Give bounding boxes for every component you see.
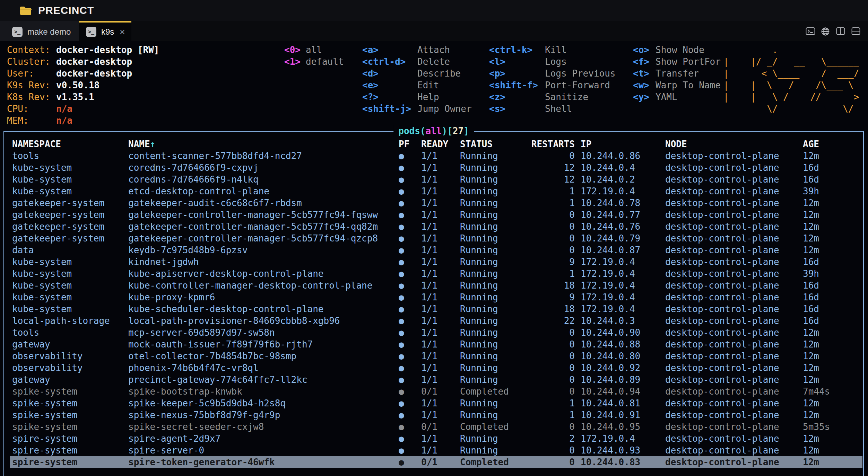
cell-pf: ● bbox=[399, 362, 418, 374]
cell-restarts: 0 bbox=[530, 362, 575, 374]
new-terminal-icon[interactable] bbox=[806, 27, 815, 35]
column-header-node: NODE bbox=[665, 138, 797, 150]
pod-row[interactable]: observabilityotel-collector-7b4854b7bc-9… bbox=[4, 350, 863, 362]
cell-restarts: 0 bbox=[530, 386, 575, 397]
cluster-info-row: K8s Rev:v1.35.1 bbox=[7, 91, 159, 103]
pod-row[interactable]: spike-systemspike-secret-seeder-cxjw8●0/… bbox=[4, 421, 863, 433]
terminal-tab-icon: >_ bbox=[12, 27, 23, 37]
pod-row[interactable]: spire-systemspire-token-generator-46wfk●… bbox=[4, 456, 863, 468]
cell-pf: ● bbox=[399, 327, 418, 338]
cell-ip: 10.244.0.83 bbox=[581, 456, 660, 468]
pod-row[interactable]: kube-systemkindnet-jgdwh●1/1Running9172.… bbox=[4, 256, 863, 268]
hotkey-row: <e>Edit bbox=[362, 79, 472, 91]
cell-ip: 10.244.0.4 bbox=[581, 162, 660, 174]
cell-name: mock-oauth-issuer-7f89f79f6b-rjth7 bbox=[128, 338, 397, 350]
cell-pf: ● bbox=[399, 444, 418, 456]
terminal-tab-icon: >_ bbox=[86, 27, 96, 37]
cell-pf: ● bbox=[399, 174, 418, 185]
cell-node: desktop-control-plane bbox=[665, 397, 797, 409]
cell-status: Running bbox=[460, 197, 528, 209]
pod-row[interactable]: toolscontent-scanner-577bb8dfd4-ncd27●1/… bbox=[4, 150, 863, 162]
cell-age: 12m bbox=[803, 456, 862, 468]
cell-age: 12m bbox=[803, 209, 862, 221]
hotkey-row: <f>Show PortFor bbox=[633, 56, 721, 68]
cell-namespace: kube-system bbox=[12, 162, 127, 174]
cell-ip: 172.19.0.4 bbox=[581, 280, 660, 291]
pod-row[interactable]: kube-systemkube-scheduler-desktop-contro… bbox=[4, 303, 863, 315]
pod-row[interactable]: gatekeeper-systemgatekeeper-controller-m… bbox=[4, 209, 863, 221]
pod-row[interactable]: kube-systemkube-controller-manager-deskt… bbox=[4, 280, 863, 291]
cell-namespace: spire-system bbox=[12, 444, 127, 456]
cell-ready: 1/1 bbox=[421, 362, 458, 374]
cell-name: gatekeeper-controller-manager-5cb577fc94… bbox=[128, 209, 397, 221]
cell-ready: 1/1 bbox=[421, 162, 458, 174]
cell-ready: 1/1 bbox=[421, 315, 458, 327]
tab-make-demo[interactable]: >_ make demo bbox=[0, 21, 79, 41]
split-vertical-icon[interactable] bbox=[836, 27, 846, 35]
pod-row[interactable]: spire-systemspire-server-0●1/1Running010… bbox=[4, 444, 863, 456]
pod-row[interactable]: gatewaymock-oauth-issuer-7f89f79f6b-rjth… bbox=[4, 338, 863, 350]
cell-status: Completed bbox=[460, 386, 528, 397]
cell-ready: 1/1 bbox=[421, 185, 458, 197]
pod-row[interactable]: observabilityphoenix-74b6b4f47c-vr8ql●1/… bbox=[4, 362, 863, 374]
tab-bar: >_ make demo >_ k9s × bbox=[0, 21, 868, 41]
pod-row[interactable]: kube-systemkube-apiserver-desktop-contro… bbox=[4, 268, 863, 280]
cell-ready: 1/1 bbox=[421, 150, 458, 162]
cell-node: desktop-control-plane bbox=[665, 374, 797, 386]
cell-age: 16d bbox=[803, 256, 862, 268]
pod-row[interactable]: toolsmcp-server-69d5897d97-sw58n●1/1Runn… bbox=[4, 327, 863, 338]
cell-node: desktop-control-plane bbox=[665, 268, 797, 280]
cell-restarts: 2 bbox=[530, 433, 575, 444]
cell-status: Running bbox=[460, 444, 528, 456]
pod-row[interactable]: kube-systemcoredns-7d764666f9-n4lkq●1/1R… bbox=[4, 174, 863, 185]
cell-pf: ● bbox=[399, 150, 418, 162]
cell-status: Running bbox=[460, 268, 528, 280]
cell-name: etcd-desktop-control-plane bbox=[128, 185, 397, 197]
pod-row[interactable]: local-path-storagelocal-path-provisioner… bbox=[4, 315, 863, 327]
cell-age: 16d bbox=[803, 280, 862, 291]
pod-row[interactable]: kube-systemkube-proxy-kpmr6●1/1Running91… bbox=[4, 291, 863, 303]
cell-namespace: observability bbox=[12, 350, 127, 362]
pod-row[interactable]: spire-systemspire-agent-2d9x7●1/1Running… bbox=[4, 433, 863, 444]
cluster-info-row: MEM:n/a bbox=[7, 115, 159, 126]
tab-k9s[interactable]: >_ k9s × bbox=[79, 21, 131, 41]
hotkey-row: <1>default bbox=[284, 56, 344, 68]
cell-status: Running bbox=[460, 162, 528, 174]
hotkey-row: <shift-j>Jump Owner bbox=[362, 103, 472, 115]
cell-pf: ● bbox=[399, 315, 418, 327]
pods-table: pods(all)[27] NAMESPACENAME↑PFREADYSTATU… bbox=[3, 131, 864, 476]
cell-restarts: 22 bbox=[530, 315, 575, 327]
globe-icon[interactable] bbox=[821, 27, 831, 35]
pod-row[interactable]: gatekeeper-systemgatekeeper-controller-m… bbox=[4, 232, 863, 244]
pod-row[interactable]: spike-systemspike-nexus-75bbf8d79f-g4r9p… bbox=[4, 409, 863, 421]
pod-row[interactable]: gatekeeper-systemgatekeeper-audit-c6c68c… bbox=[4, 197, 863, 209]
pod-row[interactable]: kube-systemetcd-desktop-control-plane●1/… bbox=[4, 185, 863, 197]
cell-pf: ● bbox=[399, 232, 418, 244]
cell-status: Running bbox=[460, 327, 528, 338]
cell-name: gatekeeper-audit-c6c68c6f7-rbdsm bbox=[128, 197, 397, 209]
cell-ready: 1/1 bbox=[421, 327, 458, 338]
pod-row[interactable]: gatewayprecinct-gateway-774c64ffc7-ll2kc… bbox=[4, 374, 863, 386]
cell-name: kube-controller-manager-desktop-control-… bbox=[128, 280, 397, 291]
cell-age: 12m bbox=[803, 409, 862, 421]
cell-status: Completed bbox=[460, 456, 528, 468]
split-horizontal-icon[interactable] bbox=[851, 27, 861, 35]
cell-node: desktop-control-plane bbox=[665, 256, 797, 268]
cell-pf: ● bbox=[399, 303, 418, 315]
tab-close-icon[interactable]: × bbox=[120, 27, 125, 36]
pod-row[interactable]: datakeydb-7c975d48b9-6pzsv●1/1Running010… bbox=[4, 244, 863, 256]
hotkey-row: <?>Help bbox=[362, 91, 472, 103]
cell-age: 12m bbox=[803, 244, 862, 256]
pod-row[interactable]: spike-systemspike-keeper-5c9b5d9db4-h2s8… bbox=[4, 397, 863, 409]
pod-row[interactable]: gatekeeper-systemgatekeeper-controller-m… bbox=[4, 221, 863, 232]
pod-row[interactable]: spike-systemspike-bootstrap-knwbk●0/1Com… bbox=[4, 386, 863, 397]
cell-restarts: 0 bbox=[530, 221, 575, 232]
cell-age: 12m bbox=[803, 444, 862, 456]
cell-ready: 1/1 bbox=[421, 433, 458, 444]
pod-row[interactable]: kube-systemcoredns-7d764666f9-cxpvj●1/1R… bbox=[4, 162, 863, 174]
cell-pf: ● bbox=[399, 256, 418, 268]
hotkey-row: <a>Attach bbox=[362, 44, 472, 56]
cell-pf: ● bbox=[399, 197, 418, 209]
cell-namespace: spire-system bbox=[12, 433, 127, 444]
cell-ready: 1/1 bbox=[421, 256, 458, 268]
